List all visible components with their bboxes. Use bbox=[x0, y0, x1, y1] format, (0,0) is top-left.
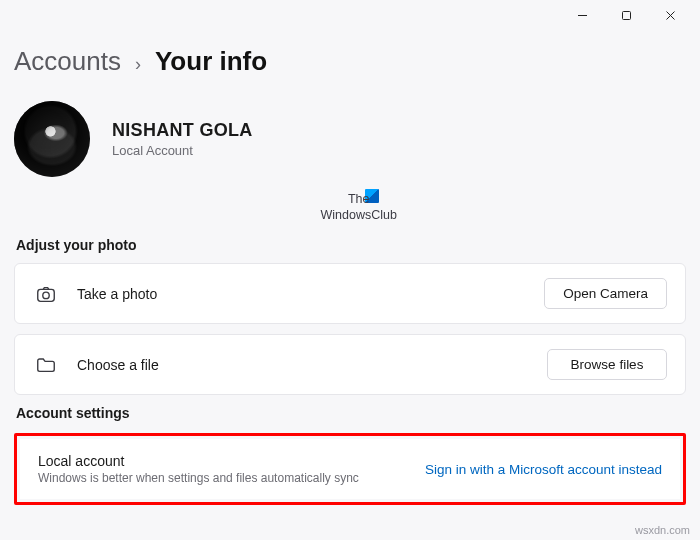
annotation-highlight: Local account Windows is better when set… bbox=[14, 433, 686, 505]
choose-file-row: Choose a file Browse files bbox=[14, 334, 686, 395]
avatar bbox=[14, 101, 90, 177]
page-title: Your info bbox=[155, 46, 267, 77]
section-account-settings-title: Account settings bbox=[16, 405, 684, 421]
camera-icon bbox=[33, 283, 59, 305]
local-account-row[interactable]: Local account Windows is better when set… bbox=[20, 439, 680, 499]
open-camera-button[interactable]: Open Camera bbox=[544, 278, 667, 309]
window-titlebar bbox=[0, 0, 700, 30]
take-photo-label: Take a photo bbox=[77, 286, 526, 302]
svg-point-5 bbox=[43, 292, 49, 298]
close-button[interactable] bbox=[648, 0, 692, 30]
breadcrumb-parent[interactable]: Accounts bbox=[14, 46, 121, 77]
watermark-line1: The bbox=[348, 192, 370, 206]
take-photo-row: Take a photo Open Camera bbox=[14, 263, 686, 324]
user-account-type: Local Account bbox=[112, 143, 253, 158]
sign-in-ms-account-link[interactable]: Sign in with a Microsoft account instead bbox=[425, 462, 662, 477]
local-account-title: Local account bbox=[38, 453, 413, 469]
profile-header: NISHANT GOLA Local Account bbox=[14, 101, 686, 177]
folder-icon bbox=[33, 354, 59, 376]
local-account-description: Windows is better when settings and file… bbox=[38, 471, 413, 485]
footer-credit: wsxdn.com bbox=[635, 524, 690, 536]
user-display-name: NISHANT GOLA bbox=[112, 120, 253, 141]
watermark-line2: WindowsClub bbox=[321, 208, 397, 222]
watermark: The WindowsClub bbox=[14, 191, 686, 223]
minimize-button[interactable] bbox=[560, 0, 604, 30]
svg-rect-4 bbox=[38, 289, 55, 301]
browse-files-button[interactable]: Browse files bbox=[547, 349, 667, 380]
section-adjust-photo-title: Adjust your photo bbox=[16, 237, 684, 253]
breadcrumb: Accounts › Your info bbox=[14, 46, 686, 77]
choose-file-label: Choose a file bbox=[77, 357, 529, 373]
chevron-right-icon: › bbox=[135, 54, 141, 75]
maximize-button[interactable] bbox=[604, 0, 648, 30]
svg-rect-1 bbox=[622, 11, 630, 19]
